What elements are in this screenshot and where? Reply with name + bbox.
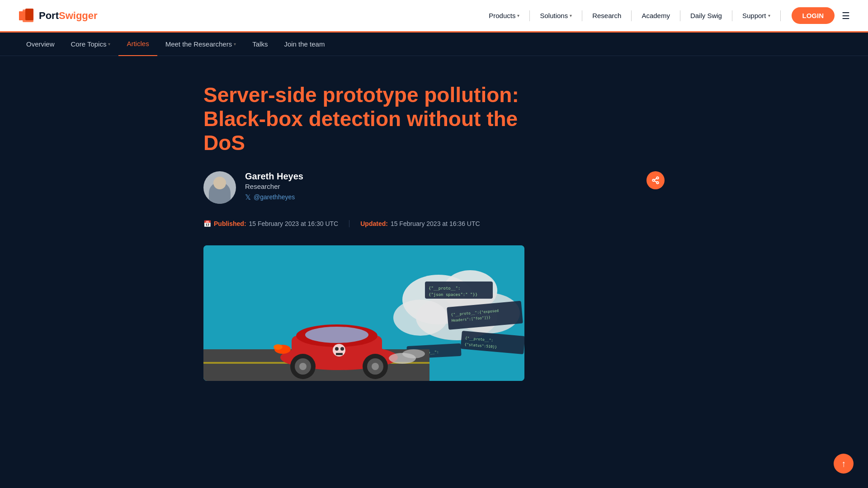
chevron-down-icon: ▾: [570, 13, 572, 18]
svg-text:{"__proto__":: {"__proto__":: [429, 286, 460, 291]
nav-divider: [680, 10, 680, 21]
nav-divider: [582, 10, 582, 21]
calendar-icon: 📅: [203, 220, 211, 227]
share-button[interactable]: [646, 171, 665, 189]
nav-research[interactable]: Research: [588, 10, 626, 21]
published-meta: 📅 Published: 15 February 2023 at 16:30 U…: [203, 220, 338, 227]
scroll-to-top-button[interactable]: ↑: [834, 454, 854, 474]
sub-navigation: Overview Core Topics ▾ Articles Meet the…: [0, 33, 868, 56]
nav-divider: [732, 10, 732, 21]
hero-image: {"__proto__": {"json spaces":" "}} {"__p…: [203, 245, 524, 381]
svg-point-13: [393, 300, 448, 336]
subnav-overview[interactable]: Overview: [18, 33, 63, 56]
svg-point-42: [402, 349, 425, 358]
brand-name: PortSwigger: [39, 10, 98, 22]
nav-divider: [631, 10, 632, 21]
svg-text:{"json spaces":" "}}: {"json spaces":" "}}: [429, 292, 477, 297]
hero-illustration: {"__proto__": {"json spaces":" "}} {"__p…: [203, 245, 524, 381]
svg-line-7: [654, 178, 656, 180]
logo[interactable]: PortSwigger: [18, 8, 98, 24]
published-label: Published:: [214, 220, 246, 227]
top-navigation: PortSwigger Products ▾ Solutions ▾ Resea…: [0, 0, 868, 33]
nav-products[interactable]: Products ▾: [484, 10, 524, 21]
subnav-join-team[interactable]: Join the team: [276, 33, 333, 56]
svg-point-38: [335, 347, 339, 351]
nav-academy[interactable]: Academy: [637, 10, 675, 21]
svg-point-30: [305, 327, 368, 343]
author-role: Researcher: [245, 183, 665, 190]
nav-divider: [780, 10, 781, 21]
svg-point-5: [656, 182, 659, 184]
chevron-down-icon: ▾: [768, 13, 770, 18]
svg-point-4: [652, 179, 655, 181]
svg-point-44: [274, 344, 283, 350]
svg-line-6: [654, 181, 656, 182]
article-title: Server-side prototype pollution: Black-b…: [203, 83, 542, 155]
svg-point-39: [340, 347, 344, 351]
svg-point-36: [372, 363, 379, 370]
subnav-articles[interactable]: Articles: [118, 33, 157, 56]
svg-rect-2: [25, 9, 33, 20]
author-section: Gareth Heyes Researcher 𝕏 @garethheyes: [203, 171, 665, 204]
svg-rect-40: [336, 353, 343, 355]
subnav-meet-researchers[interactable]: Meet the Researchers ▾: [157, 33, 245, 56]
author-name: Gareth Heyes: [245, 171, 665, 182]
svg-point-3: [656, 177, 659, 179]
author-avatar: [203, 171, 236, 204]
updated-date: 15 February 2023 at 16:36 UTC: [391, 220, 480, 227]
updated-meta: Updated: 15 February 2023 at 16:36 UTC: [360, 220, 480, 227]
article-meta: 📅 Published: 15 February 2023 at 16:30 U…: [203, 220, 665, 227]
logo-icon: [18, 8, 34, 24]
subnav-core-topics[interactable]: Core Topics ▾: [63, 33, 119, 56]
chevron-down-icon: ▾: [517, 13, 519, 18]
twitter-icon: 𝕏: [245, 193, 251, 202]
nav-support[interactable]: Support ▾: [738, 10, 775, 21]
published-date: 15 February 2023 at 16:30 UTC: [249, 220, 339, 227]
chevron-down-icon: ▾: [108, 42, 110, 47]
arrow-up-icon: ↑: [841, 459, 846, 469]
author-twitter-link[interactable]: 𝕏 @garethheyes: [245, 193, 665, 202]
login-button[interactable]: LOGIN: [792, 7, 835, 24]
share-icon: [651, 176, 660, 184]
top-nav-items: Products ▾ Solutions ▾ Research Academy …: [484, 7, 850, 24]
nav-solutions[interactable]: Solutions ▾: [535, 10, 576, 21]
author-twitter-handle: @garethheyes: [254, 193, 295, 201]
meta-divider: [349, 220, 349, 227]
author-info: Gareth Heyes Researcher 𝕏 @garethheyes: [245, 171, 665, 202]
chevron-down-icon: ▾: [234, 42, 236, 47]
subnav-talks[interactable]: Talks: [244, 33, 276, 56]
updated-label: Updated:: [360, 220, 388, 227]
nav-daily-swig[interactable]: Daily Swig: [686, 10, 726, 21]
main-content: Server-side prototype pollution: Black-b…: [185, 56, 683, 399]
svg-point-33: [299, 363, 307, 370]
nav-divider: [529, 10, 530, 21]
hamburger-menu-icon[interactable]: ☰: [842, 10, 850, 21]
